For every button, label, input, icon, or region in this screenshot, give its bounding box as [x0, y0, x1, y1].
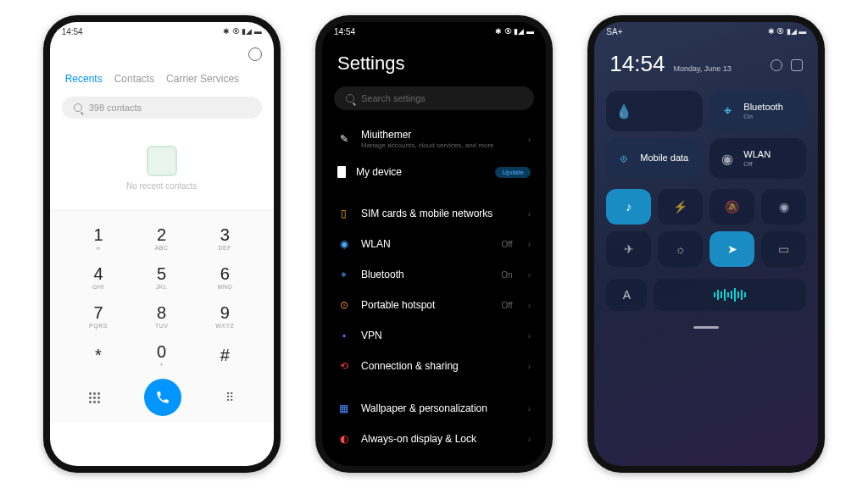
- settings-sim[interactable]: ▯ SIM cards & mobile networks ›: [337, 198, 531, 229]
- dialpad-toggle-button[interactable]: ⠿: [225, 391, 234, 404]
- search-icon: [346, 94, 354, 103]
- share-icon: ⟲: [337, 359, 351, 373]
- phone-dialer: 14:54 ✱ ⦿ ▮◢ ▬ Recents Contacts Carrier …: [43, 15, 281, 473]
- hotspot-icon: ⊙: [337, 298, 351, 312]
- status-time: 14:54: [62, 27, 83, 36]
- cc-small-tiles: ♪⚡🔕◉✈☼➤▭: [594, 184, 818, 272]
- status-icons: ✱ ⦿ ▮◢ ▬: [495, 27, 534, 36]
- cc-toggle-read[interactable]: ▭: [761, 231, 806, 267]
- cc-toggle-bright[interactable]: ☼: [658, 231, 703, 267]
- font-size-tile[interactable]: A: [606, 279, 647, 311]
- empty-text: No recent contacts: [126, 181, 197, 191]
- tab-carrier[interactable]: Carrier Services: [166, 73, 239, 85]
- account-name: Miuithemer: [361, 129, 513, 141]
- chevron-right-icon: ›: [528, 362, 531, 371]
- settings-share[interactable]: ⟲ Connection & sharing ›: [337, 351, 531, 381]
- phone-settings: 14:54 ✱ ⦿ ▮◢ ▬ Settings Search settings …: [315, 15, 553, 473]
- cc-tiles: 💧 ⌖ BluetoothOn⟐ Mobile data◉ WLANOff: [594, 86, 818, 184]
- edit-icon[interactable]: [791, 59, 803, 71]
- cc-toggle-dnd[interactable]: 🔕: [709, 189, 754, 225]
- dial-key-0[interactable]: 0+: [136, 336, 187, 374]
- data-icon: ⟐: [616, 151, 632, 166]
- wifi-icon: ◉: [337, 237, 351, 251]
- cc-header: 14:54 Monday, June 13: [594, 41, 818, 86]
- settings-icon[interactable]: [248, 47, 262, 61]
- settings-wallpaper[interactable]: ▦ Wallpaper & personalization ›: [337, 393, 531, 424]
- search-input[interactable]: Search settings: [334, 86, 534, 110]
- dial-key-8[interactable]: 8TUV: [136, 297, 187, 335]
- cc-toggle-flash[interactable]: ⚡: [658, 189, 703, 225]
- search-placeholder: Search settings: [361, 93, 426, 103]
- search-input[interactable]: 398 contacts: [62, 97, 262, 119]
- dial-key-*[interactable]: *: [73, 336, 124, 374]
- settings-hotspot[interactable]: ⊙ Portable hotspot Off ›: [337, 290, 531, 320]
- cc-toggle-plane[interactable]: ✈: [606, 231, 651, 267]
- status-icons: ✱ ⦿ ▮◢ ▬: [223, 27, 262, 36]
- chevron-right-icon: ›: [528, 209, 531, 219]
- dnd-icon: 🔕: [725, 200, 739, 214]
- sim-icon: ▯: [337, 207, 351, 220]
- dial-key-3[interactable]: 3DEF: [199, 219, 250, 257]
- dial-key-5[interactable]: 5JKL: [136, 258, 187, 296]
- dial-key-6[interactable]: 6MNO: [199, 258, 250, 296]
- flash-icon: ⚡: [673, 200, 687, 214]
- dial-key-7[interactable]: 7PQRS: [73, 297, 124, 335]
- dial-key-#[interactable]: #: [199, 336, 250, 374]
- menu-button[interactable]: [89, 392, 100, 403]
- status-bar: 14:54 ✱ ⦿ ▮◢ ▬: [50, 22, 274, 41]
- wifi-icon: ◉: [720, 151, 735, 166]
- chevron-right-icon: ›: [528, 331, 531, 341]
- cc-date: Monday, June 13: [673, 64, 762, 73]
- bt-icon: ⌖: [337, 268, 351, 281]
- water-icon: 💧: [616, 103, 632, 119]
- cc-tile-bt[interactable]: ⌖ BluetoothOn: [709, 91, 806, 131]
- tabs: Recents Contacts Carrier Services: [50, 68, 274, 90]
- status-icons: ✱ ⦿ ▮◢ ▬: [768, 27, 807, 36]
- bright-icon: ☼: [675, 242, 686, 256]
- cc-toggle-location[interactable]: ➤: [709, 231, 754, 267]
- phone-icon: [155, 390, 170, 405]
- dial-key-9[interactable]: 9WXYZ: [199, 297, 250, 335]
- status-bar: SA+ ✱ ⦿ ▮◢ ▬: [594, 22, 818, 41]
- settings-vpn[interactable]: ▪ VPN ›: [337, 320, 531, 351]
- pen-icon: ✎: [337, 132, 351, 146]
- dial-key-4[interactable]: 4GHI: [73, 258, 124, 296]
- status-carrier: SA+: [606, 27, 622, 36]
- sound-icon: ♪: [626, 200, 632, 214]
- search-icon: [74, 103, 82, 112]
- location-icon: ➤: [727, 242, 737, 256]
- dialpad: 1∞2ABC3DEF4GHI5JKL6MNO7PQRS8TUV9WXYZ*0+#…: [50, 210, 274, 423]
- device-label: My device: [356, 166, 485, 178]
- phone-control-center: SA+ ✱ ⦿ ▮◢ ▬ 14:54 Monday, June 13 💧 ⌖ B…: [587, 15, 825, 473]
- device-icon: [337, 166, 346, 178]
- cc-tile-data[interactable]: ⟐ Mobile data: [606, 138, 703, 179]
- dial-key-2[interactable]: 2ABC: [136, 219, 187, 257]
- status-bar: 14:54 ✱ ⦿ ▮◢ ▬: [322, 22, 546, 41]
- cc-time: 14:54: [609, 51, 665, 77]
- call-button[interactable]: [144, 379, 181, 416]
- chevron-right-icon: ›: [528, 435, 531, 444]
- settings-icon[interactable]: [771, 59, 782, 71]
- chevron-right-icon: ›: [528, 404, 531, 413]
- my-device-item[interactable]: My device Update: [337, 158, 531, 186]
- cc-tile-wifi[interactable]: ◉ WLANOff: [709, 138, 806, 179]
- chevron-right-icon: ›: [528, 135, 531, 144]
- cc-toggle-sound[interactable]: ♪: [606, 189, 651, 225]
- settings-bt[interactable]: ⌖ Bluetooth On ›: [337, 259, 531, 290]
- plane-icon: ✈: [624, 242, 634, 256]
- tab-contacts[interactable]: Contacts: [114, 73, 154, 85]
- update-badge: Update: [495, 167, 531, 178]
- account-item[interactable]: ✎ Miuithemer Manage accounts, cloud serv…: [337, 120, 531, 158]
- settings-aod[interactable]: ◐ Always-on display & Lock ›: [337, 424, 531, 454]
- chevron-right-icon: ›: [528, 301, 531, 310]
- empty-state: No recent contacts: [50, 125, 274, 210]
- media-tile[interactable]: [654, 279, 806, 311]
- settings-wifi[interactable]: ◉ WLAN Off ›: [337, 229, 531, 259]
- tab-recents[interactable]: Recents: [65, 73, 103, 85]
- dial-key-1[interactable]: 1∞: [73, 219, 124, 257]
- aod-icon: ◐: [337, 432, 351, 446]
- status-time: 14:54: [334, 27, 355, 36]
- drag-handle[interactable]: [693, 326, 719, 329]
- cc-toggle-camera[interactable]: ◉: [761, 189, 806, 225]
- cc-tile-water[interactable]: 💧: [606, 91, 703, 131]
